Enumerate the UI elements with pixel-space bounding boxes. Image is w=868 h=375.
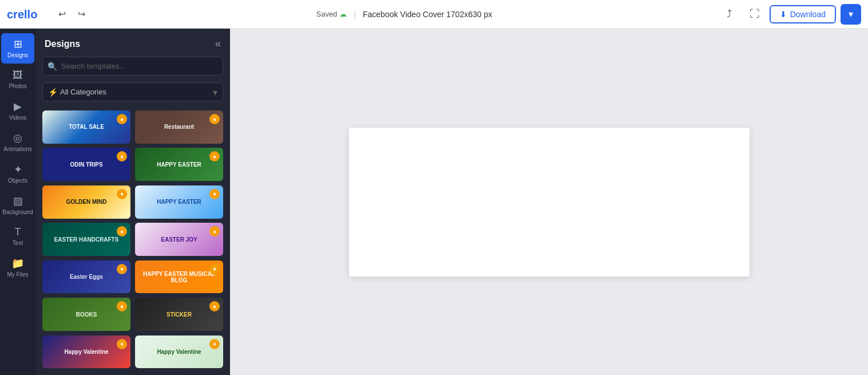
template-card[interactable]: BOOKS ♦ <box>42 298 130 331</box>
template-card[interactable]: Happy Valentine ♦ <box>135 335 223 369</box>
pro-badge: ♦ <box>209 189 220 199</box>
pro-badge: ♦ <box>117 114 127 124</box>
saved-badge: Saved ☁ <box>316 10 347 18</box>
sidebar-label-text: Text <box>13 240 23 247</box>
sidebar-item-animations[interactable]: ◎ Animations <box>1 127 34 157</box>
topbar: crello ↩ ↪ Saved ☁ | Facebook Video Cove… <box>0 0 868 29</box>
sidebar-item-myfiles[interactable]: 📁 My Files <box>1 252 34 283</box>
sidebar-label-objects: Objects <box>8 177 27 184</box>
undo-button[interactable]: ↩ <box>54 6 70 22</box>
user-avatar-button[interactable]: ▾ <box>841 4 861 25</box>
canvas-area <box>230 29 868 375</box>
template-card[interactable]: HAPPY EASTER ♦ <box>135 185 223 219</box>
doc-title: Facebook Video Cover 1702x630 px <box>363 10 492 19</box>
download-label: Download <box>790 10 826 19</box>
canvas[interactable] <box>349 128 750 277</box>
sidebar-label-animations: Animations <box>3 146 31 153</box>
template-card[interactable]: Restaurant ♦ <box>135 110 223 144</box>
template-card[interactable]: GOLDEN MIND ♦ <box>42 185 130 219</box>
collapse-panel-button[interactable]: « <box>215 38 221 50</box>
panel-title: Designs <box>45 39 80 49</box>
share-button[interactable]: ⤴ <box>719 4 740 25</box>
designs-icon: ⊞ <box>14 38 22 50</box>
sidebar-label-photos: Photos <box>9 83 26 90</box>
objects-icon: ✦ <box>14 163 22 176</box>
pro-badge: ♦ <box>117 264 127 274</box>
category-selector[interactable]: ⚡ All Categories Easter Business Holiday… <box>42 82 223 101</box>
search-input[interactable] <box>42 57 223 76</box>
pro-badge: ♦ <box>117 189 127 199</box>
text-icon: T <box>15 226 21 238</box>
category-dropdown[interactable]: All Categories Easter Business Holiday T… <box>42 82 223 101</box>
crello-logo[interactable]: crello <box>7 7 48 21</box>
background-icon: ▨ <box>13 195 23 207</box>
sidebar-label-myfiles: My Files <box>7 271 28 278</box>
undo-redo-group: ↩ ↪ <box>54 6 89 22</box>
template-card[interactable]: Easter Eggs ♦ <box>42 260 130 294</box>
app: ⊞ Designs 🖼 Photos ▶ Videos ◎ Animations… <box>0 29 868 375</box>
cloud-icon: ☁ <box>339 10 347 18</box>
videos-icon: ▶ <box>14 100 22 113</box>
template-card[interactable]: STICKER ♦ <box>135 298 223 331</box>
search-icon: 🔍 <box>47 62 57 71</box>
template-card[interactable]: EASTER HANDCRAFTS ♦ <box>42 223 130 256</box>
icon-sidebar: ⊞ Designs 🖼 Photos ▶ Videos ◎ Animations… <box>0 29 35 375</box>
sidebar-item-background[interactable]: ▨ Background <box>1 190 34 220</box>
template-card[interactable]: HAPPY EASTER MUSICAL BLOG ♦ <box>135 260 223 294</box>
pro-badge: ♦ <box>209 301 220 311</box>
template-card[interactable]: HAPPY EASTER ♦ <box>135 148 223 181</box>
photos-icon: 🖼 <box>13 69 23 81</box>
sidebar-item-text[interactable]: T Text <box>1 222 34 251</box>
template-card[interactable]: Happy Valentine ♦ <box>42 335 130 369</box>
pro-badge: ♦ <box>209 264 220 274</box>
topbar-center: Saved ☁ | Facebook Video Cover 1702x630 … <box>316 10 492 19</box>
download-button[interactable]: ⬇ Download <box>770 5 836 23</box>
topbar-right: ⤴ ⛶ ⬇ Download ▾ <box>719 4 861 25</box>
template-card[interactable]: TOTAL SALE ♦ <box>42 110 130 144</box>
sidebar-item-objects[interactable]: ✦ Objects <box>1 159 34 189</box>
sidebar-label-designs: Designs <box>7 52 28 59</box>
search-box: 🔍 <box>42 57 223 76</box>
myfiles-icon: 📁 <box>11 257 24 270</box>
svg-text:crello: crello <box>7 8 37 21</box>
sidebar-item-photos[interactable]: 🖼 Photos <box>1 65 34 94</box>
template-card[interactable]: EASTER JOY ♦ <box>135 223 223 256</box>
redo-button[interactable]: ↪ <box>73 6 89 22</box>
pro-badge: ♦ <box>117 301 127 311</box>
sidebar-label-background: Background <box>2 209 33 216</box>
separator: | <box>354 10 356 19</box>
topbar-left: crello ↩ ↪ <box>7 6 89 22</box>
fullscreen-button[interactable]: ⛶ <box>744 4 765 25</box>
animations-icon: ◎ <box>13 132 22 144</box>
pro-badge: ♦ <box>117 339 127 349</box>
templates-grid: TOTAL SALE ♦ Restaurant ♦ ODIN TRIPS ♦ H… <box>35 108 230 375</box>
saved-label: Saved <box>316 10 337 18</box>
panel-header: Designs « <box>35 29 230 57</box>
pro-badge: ♦ <box>209 114 220 124</box>
sidebar-item-designs[interactable]: ⊞ Designs <box>1 33 34 64</box>
sidebar-label-videos: Videos <box>9 115 26 121</box>
download-icon: ⬇ <box>780 10 787 19</box>
pro-badge: ♦ <box>209 339 220 349</box>
designs-panel: Designs « 🔍 ⚡ All Categories Easter Busi… <box>35 29 230 375</box>
template-card[interactable]: ODIN TRIPS ♦ <box>42 148 130 181</box>
sidebar-item-videos[interactable]: ▶ Videos <box>1 96 34 126</box>
